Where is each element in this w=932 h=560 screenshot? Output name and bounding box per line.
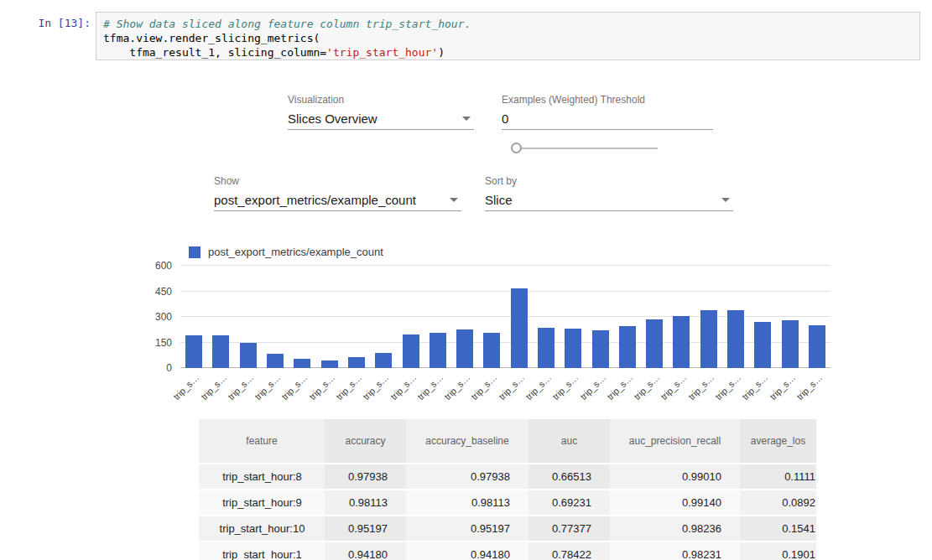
visualization-value: Slices Overview [288, 111, 377, 126]
threshold-input[interactable]: 0 [502, 107, 713, 130]
metrics-table-head-row: featureaccuracyaccuracy_baselineaucauc_p… [199, 419, 816, 464]
column-header[interactable]: accuracy [325, 419, 406, 464]
bar[interactable] [240, 343, 257, 369]
bar-slot [804, 266, 830, 368]
x-axis-labels: trip_s…trip_s…trip_s…trip_s…trip_s…trip_… [180, 372, 830, 407]
bar[interactable] [809, 325, 825, 368]
bar[interactable] [754, 322, 771, 368]
x-axis-label: trip_s… [334, 372, 363, 402]
bar[interactable] [646, 319, 663, 368]
bar[interactable] [375, 353, 392, 368]
metrics-table-body: trip_start_hour:80.979380.979380.665130.… [199, 464, 816, 560]
show-dropdown[interactable]: post_export_metrics/example_count [214, 189, 461, 211]
metric-cell: 0.98231 [610, 542, 740, 560]
x-axis-label: trip_s… [686, 372, 716, 402]
bar-slot [424, 266, 451, 368]
metric-cell: 0.97938 [406, 464, 528, 490]
bar-slot [180, 266, 207, 368]
code-comment: # Show data sliced along feature column … [103, 18, 471, 30]
x-axis-label: trip_s… [794, 372, 824, 402]
metric-cell: 0.1111 [740, 464, 816, 490]
metric-cell: 0.78422 [528, 542, 610, 560]
column-header[interactable]: auc_precision_recall [610, 419, 740, 464]
bar-slot [315, 266, 342, 368]
bar[interactable] [727, 310, 744, 368]
show-label: Show [214, 175, 239, 187]
bar[interactable] [619, 326, 636, 368]
chevron-down-icon [462, 117, 471, 121]
bar[interactable] [456, 329, 473, 368]
bar[interactable] [565, 329, 581, 368]
bar[interactable] [430, 333, 446, 368]
bar-slot [749, 266, 776, 368]
bar[interactable] [403, 334, 419, 368]
code-text: tfma.view.render_slicing_metrics( [103, 32, 320, 44]
column-header[interactable]: average_los [740, 419, 816, 464]
threshold-value: 0 [502, 111, 508, 126]
x-axis-label: trip_s… [199, 372, 228, 402]
bar-slot [478, 266, 505, 368]
sort-by-dropdown[interactable]: Slice [485, 189, 733, 211]
x-axis-label: trip_s… [605, 372, 634, 402]
code-text: tfma_result_1, slicing_column= [103, 46, 326, 59]
column-header[interactable]: accuracy_baseline [406, 419, 528, 464]
feature-cell: trip_start_hour:1 [199, 542, 325, 560]
bar[interactable] [212, 335, 229, 368]
feature-cell: trip_start_hour:8 [199, 464, 325, 490]
column-header[interactable]: auc [528, 419, 610, 464]
code-line: tfma.view.render_slicing_metrics( [103, 31, 913, 45]
metric-cell: 0.66513 [528, 464, 610, 490]
y-axis-label: 150 [155, 337, 172, 349]
chevron-down-icon [450, 198, 458, 202]
feature-cell: trip_start_hour:10 [199, 516, 325, 542]
plot-area [180, 266, 830, 368]
threshold-label: Examples (Weighted) Threshold [502, 94, 645, 106]
visualization-label: Visualization [288, 94, 344, 106]
metric-cell: 0.98236 [610, 516, 740, 542]
column-header[interactable]: feature [199, 419, 325, 464]
chevron-down-icon [721, 198, 730, 202]
x-axis-label: trip_s… [470, 372, 499, 402]
x-axis-label: trip_s… [307, 372, 336, 402]
bar[interactable] [538, 328, 555, 368]
bar[interactable] [348, 357, 365, 368]
y-axis-label: 300 [155, 311, 172, 323]
threshold-slider-track[interactable] [517, 148, 658, 149]
x-axis-label: trip_s… [442, 372, 471, 402]
code-cell[interactable]: # Show data sliced along feature column … [96, 12, 920, 60]
table-row: trip_start_hour:100.951970.951970.773770… [199, 516, 816, 542]
bar-slot [235, 266, 262, 368]
metric-cell: 0.77377 [528, 516, 610, 542]
bar[interactable] [700, 310, 717, 368]
x-axis-label: trip_s… [550, 372, 580, 402]
cell-prompt: In [13]: [23, 17, 91, 29]
y-axis-label: 0 [166, 362, 172, 374]
bar-slot [506, 266, 533, 368]
code-line: tfma_result_1, slicing_column='trip_star… [103, 45, 913, 60]
bar[interactable] [267, 354, 284, 368]
bar[interactable] [321, 360, 338, 368]
code-string: 'trip_start_hour' [326, 46, 438, 59]
y-axis-labels: 0150300450600 [126, 266, 172, 368]
bar[interactable] [592, 330, 609, 368]
x-axis-label: trip_s… [713, 372, 742, 402]
bar-slot [397, 266, 424, 368]
threshold-slider-knob[interactable] [511, 143, 522, 153]
bar[interactable] [782, 320, 799, 368]
metric-cell: 0.69231 [528, 490, 610, 516]
bar-slot [451, 266, 478, 368]
metric-cell: 0.95197 [406, 516, 528, 542]
bar-series [180, 266, 830, 368]
x-axis-label: trip_s… [497, 372, 526, 402]
bar[interactable] [294, 359, 310, 368]
bar[interactable] [673, 316, 690, 368]
x-axis-label: trip_s… [740, 372, 769, 402]
bar[interactable] [511, 288, 528, 368]
bar[interactable] [483, 333, 500, 368]
bar-slot [777, 266, 804, 368]
metrics-table: featureaccuracyaccuracy_baselineaucauc_p… [199, 419, 816, 560]
bar[interactable] [185, 335, 202, 368]
visualization-dropdown[interactable]: Slices Overview [288, 107, 474, 130]
table-row: trip_start_hour:10.941800.941800.784220.… [199, 542, 816, 560]
table-row: trip_start_hour:90.981130.981130.692310.… [199, 490, 816, 516]
